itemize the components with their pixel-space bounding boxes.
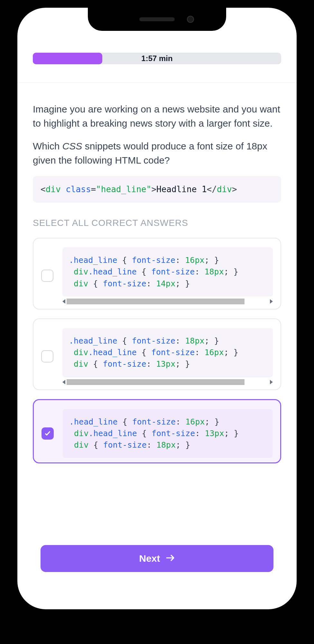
progress-bar: 1:57 min	[33, 53, 281, 64]
checkbox[interactable]	[41, 270, 53, 282]
scrollbar-thumb[interactable]	[67, 299, 245, 304]
app-content: 1:57 min Imagine you are working on a ne…	[17, 8, 297, 609]
css-code-snippet: .head_line { font-size: 18px; } div.head…	[62, 328, 273, 377]
answer-code-wrap: .head_line { font-size: 16px; } div.head…	[63, 409, 272, 458]
question-paragraph-2: Which CSS snippets would produce a font …	[33, 139, 281, 167]
css-code-snippet: .head_line { font-size: 16px; } div.head…	[63, 409, 272, 458]
html-code-snippet: <div class="head_line">Headline 1</div>	[33, 176, 281, 202]
checkbox[interactable]	[42, 427, 54, 440]
phone-screen: 1:57 min Imagine you are working on a ne…	[17, 8, 297, 609]
question-text: Imagine you are working on a news websit…	[33, 102, 281, 167]
phone-notch	[88, 8, 226, 31]
scrollbar-track[interactable]	[67, 379, 269, 385]
scroll-left-icon[interactable]	[62, 380, 65, 384]
question-emphasis: CSS	[62, 141, 82, 151]
answer-option[interactable]: .head_line { font-size: 18px; } div.head…	[33, 318, 281, 390]
horizontal-scrollbar[interactable]	[62, 299, 273, 304]
phone-frame: 1:57 min Imagine you are working on a ne…	[10, 0, 304, 617]
answer-option[interactable]: .head_line { font-size: 16px; } div.head…	[33, 399, 281, 464]
next-button-label: Next	[139, 553, 160, 564]
question-paragraph-1: Imagine you are working on a news websit…	[33, 102, 281, 130]
scrollbar-thumb[interactable]	[67, 379, 245, 385]
answer-option[interactable]: .head_line { font-size: 16px; } div.head…	[33, 238, 281, 309]
scroll-right-icon[interactable]	[270, 299, 273, 304]
scrollbar-track[interactable]	[67, 299, 269, 304]
notch-camera	[187, 16, 194, 23]
answers-list: .head_line { font-size: 16px; } div.head…	[33, 238, 281, 463]
checkbox[interactable]	[41, 350, 53, 362]
select-instruction: SELECT ALL CORRECT ANSWERS	[33, 218, 281, 228]
arrow-right-icon	[166, 553, 175, 564]
question-text-part: Which	[33, 141, 62, 151]
scroll-right-icon[interactable]	[270, 380, 273, 384]
next-button[interactable]: Next	[41, 545, 273, 572]
css-code-snippet: .head_line { font-size: 16px; } div.head…	[62, 247, 273, 297]
divider	[17, 82, 297, 83]
answer-code-wrap: .head_line { font-size: 16px; } div.head…	[62, 247, 273, 304]
notch-speaker	[139, 17, 175, 21]
horizontal-scrollbar[interactable]	[62, 379, 273, 385]
answer-code-wrap: .head_line { font-size: 18px; } div.head…	[62, 328, 273, 385]
timer-label: 1:57 min	[33, 53, 281, 64]
scroll-left-icon[interactable]	[62, 299, 65, 304]
